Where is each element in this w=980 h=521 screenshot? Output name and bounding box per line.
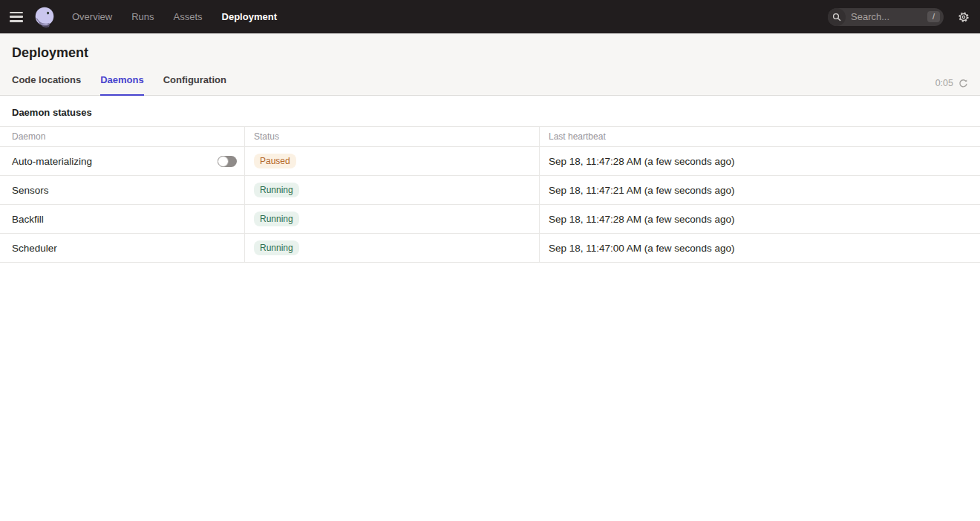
table-row: Sensors Running Sep 18, 11:47:21 AM (a f… [0,176,980,205]
primary-nav: Overview Runs Assets Deployment [72,11,277,22]
daemon-name: Sensors [12,185,49,196]
daemon-table: Daemon Status Last heartbeat Auto-materi… [0,126,980,263]
table-row: Auto-materializing Paused Sep 18, 11:47:… [0,147,980,176]
auto-materialize-toggle[interactable] [218,156,237,167]
search-box[interactable]: / [828,8,944,26]
menu-icon[interactable] [10,12,23,22]
nav-item-deployment[interactable]: Deployment [222,11,277,22]
nav-item-assets[interactable]: Assets [174,11,203,22]
gear-icon[interactable] [958,11,970,23]
search-icon [828,8,846,26]
daemon-name: Scheduler [12,243,57,254]
daemon-name: Backfill [12,214,44,225]
col-header-heartbeat: Last heartbeat [540,126,980,147]
table-header: Daemon Status Last heartbeat [0,126,980,147]
tab-configuration[interactable]: Configuration [163,70,226,96]
page-header: Deployment Code locations Daemons Config… [0,33,980,96]
last-heartbeat: Sep 18, 11:47:00 AM (a few seconds ago) [540,234,980,263]
table-row: Backfill Running Sep 18, 11:47:28 AM (a … [0,205,980,234]
status-badge: Running [254,240,299,255]
daemon-name: Auto-materializing [12,156,92,167]
nav-item-overview[interactable]: Overview [72,11,112,22]
search-input[interactable] [851,11,915,22]
page-title: Deployment [0,33,980,70]
section-heading: Daemon statuses [0,96,980,118]
table-row: Scheduler Running Sep 18, 11:47:00 AM (a… [0,234,980,263]
last-heartbeat: Sep 18, 11:47:28 AM (a few seconds ago) [540,147,980,176]
nav-item-runs[interactable]: Runs [131,11,154,22]
status-badge: Paused [254,154,296,168]
tab-daemons[interactable]: Daemons [100,70,144,96]
refresh-icon[interactable] [958,79,968,88]
status-badge: Running [254,183,299,197]
last-heartbeat: Sep 18, 11:47:28 AM (a few seconds ago) [540,205,980,234]
refresh-area: 0:05 [935,78,968,95]
col-header-status: Status [245,126,540,147]
status-badge: Running [254,212,299,226]
last-heartbeat: Sep 18, 11:47:21 AM (a few seconds ago) [540,176,980,205]
content: Daemon statuses Daemon Status Last heart… [0,96,980,263]
dagster-logo-icon[interactable] [33,6,56,28]
col-header-daemon: Daemon [0,126,245,147]
tabs-bar: Code locations Daemons Configuration 0:0… [0,70,980,96]
tab-code-locations[interactable]: Code locations [12,70,81,96]
search-shortcut-badge: / [927,11,940,22]
top-nav: Overview Runs Assets Deployment / [0,0,980,33]
refresh-countdown: 0:05 [935,78,953,88]
